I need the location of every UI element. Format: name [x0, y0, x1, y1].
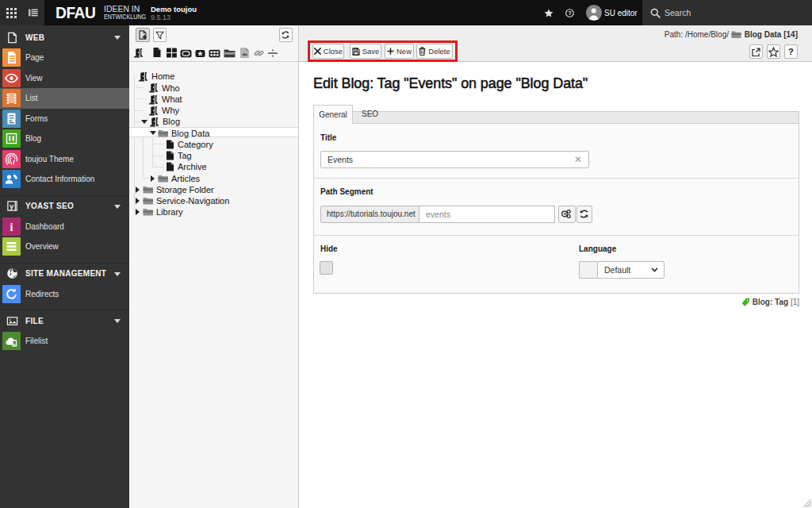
svg-text:?: ?: [568, 10, 572, 17]
svg-text:y: y: [10, 202, 14, 210]
svg-text:i: i: [10, 221, 13, 233]
